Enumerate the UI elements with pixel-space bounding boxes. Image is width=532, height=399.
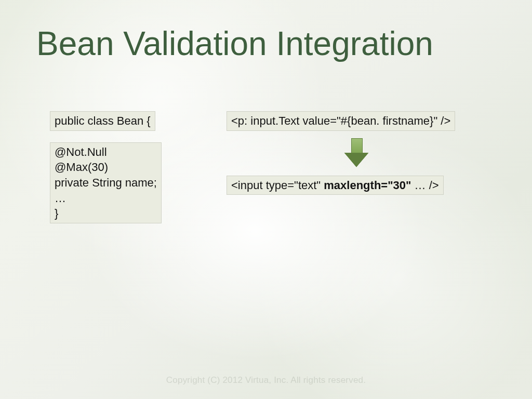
code-block-class-decl: public class Bean { [50,111,155,131]
code-output-prefix: <input type="text" [231,179,324,192]
arrow-down-icon [227,138,486,167]
code-output-suffix: … /> [411,179,439,192]
left-column: public class Bean { @Not.Null @Max(30) p… [50,111,201,235]
code-output-bold: maxlength="30" [324,179,411,192]
slide-title: Bean Validation Integration [36,27,433,60]
code-block-html-output: <input type="text" maxlength="30" … /> [227,176,444,195]
right-column: <p: input.Text value="#{bean. firstname}… [227,111,486,195]
code-block-annotations: @Not.Null @Max(30) private String name; … [50,142,162,223]
copyright-footer: Copyright (C) 2012 Virtua, Inc. All righ… [0,375,532,385]
slide: Bean Validation Integration public class… [0,0,532,399]
code-block-jsf-input: <p: input.Text value="#{bean. firstname}… [227,111,455,131]
